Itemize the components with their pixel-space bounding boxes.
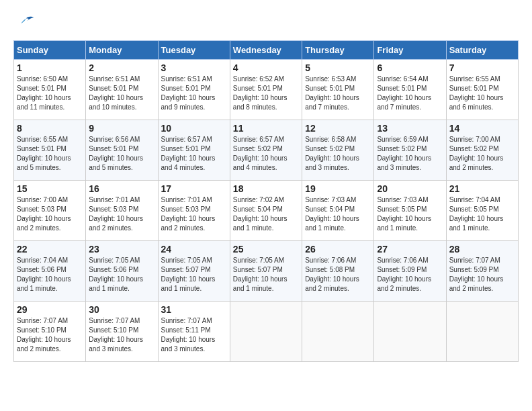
calendar-cell: 19 Sunrise: 7:03 AM Sunset: 5:04 PM Dayl… <box>302 181 374 241</box>
sunrise-label: Sunrise: 7:03 AM <box>377 196 428 203</box>
day-info: Sunrise: 7:06 AM Sunset: 5:08 PM Dayligh… <box>305 256 371 293</box>
sunset-label: Sunset: 5:09 PM <box>449 266 499 273</box>
sunset-label: Sunset: 5:03 PM <box>161 205 211 213</box>
day-info: Sunrise: 6:53 AM Sunset: 5:01 PM Dayligh… <box>305 75 371 112</box>
sunset-label: Sunset: 5:10 PM <box>17 326 66 334</box>
calendar-cell: 9 Sunrise: 6:56 AM Sunset: 5:01 PM Dayli… <box>86 120 158 181</box>
calendar-cell: 13 Sunrise: 6:59 AM Sunset: 5:02 PM Dayl… <box>374 120 446 181</box>
daylight-label: Daylight: 10 hours and 11 minutes. <box>17 94 71 111</box>
sunrise-label: Sunrise: 7:05 AM <box>161 257 212 264</box>
day-number: 4 <box>233 62 299 73</box>
day-number: 29 <box>17 304 83 315</box>
sunset-label: Sunset: 5:01 PM <box>233 85 283 92</box>
daylight-label: Daylight: 10 hours and 2 minutes. <box>89 215 143 232</box>
day-info: Sunrise: 7:04 AM Sunset: 5:06 PM Dayligh… <box>17 256 83 293</box>
day-number: 30 <box>89 304 154 315</box>
daylight-label: Daylight: 10 hours and 7 minutes. <box>377 94 431 111</box>
calendar-cell: 26 Sunrise: 7:06 AM Sunset: 5:08 PM Dayl… <box>302 241 374 302</box>
calendar-cell: 29 Sunrise: 7:07 AM Sunset: 5:10 PM Dayl… <box>14 302 86 362</box>
day-number: 16 <box>89 183 154 194</box>
daylight-label: Daylight: 10 hours and 9 minutes. <box>161 94 216 111</box>
daylight-label: Daylight: 10 hours and 4 minutes. <box>161 154 216 171</box>
day-number: 8 <box>17 123 83 134</box>
daylight-label: Daylight: 10 hours and 1 minute. <box>161 275 216 292</box>
day-number: 10 <box>161 123 227 134</box>
day-info: Sunrise: 6:50 AM Sunset: 5:01 PM Dayligh… <box>17 75 83 112</box>
sunrise-label: Sunrise: 6:55 AM <box>449 75 500 83</box>
calendar-cell: 4 Sunrise: 6:52 AM Sunset: 5:01 PM Dayli… <box>230 60 302 120</box>
calendar-cell: 15 Sunrise: 7:00 AM Sunset: 5:03 PM Dayl… <box>14 181 86 241</box>
sunset-label: Sunset: 5:01 PM <box>89 145 138 152</box>
daylight-label: Daylight: 10 hours and 2 minutes. <box>449 154 504 171</box>
sunset-label: Sunset: 5:03 PM <box>17 205 66 213</box>
sunrise-label: Sunrise: 6:59 AM <box>377 136 428 143</box>
sunrise-label: Sunrise: 7:07 AM <box>17 317 68 324</box>
sunrise-label: Sunrise: 6:57 AM <box>161 136 212 143</box>
calendar-cell: 12 Sunrise: 6:58 AM Sunset: 5:02 PM Dayl… <box>302 120 374 181</box>
sunrise-label: Sunrise: 7:00 AM <box>17 196 68 203</box>
calendar-cell: 22 Sunrise: 7:04 AM Sunset: 5:06 PM Dayl… <box>14 241 86 302</box>
sunset-label: Sunset: 5:06 PM <box>89 266 138 273</box>
sunset-label: Sunset: 5:01 PM <box>17 145 66 152</box>
daylight-label: Daylight: 10 hours and 3 minutes. <box>305 154 359 171</box>
sunset-label: Sunset: 5:02 PM <box>305 145 355 152</box>
sunset-label: Sunset: 5:02 PM <box>449 145 499 152</box>
weekday-header-friday: Friday <box>374 41 446 60</box>
day-info: Sunrise: 6:57 AM Sunset: 5:01 PM Dayligh… <box>161 135 227 173</box>
sunrise-label: Sunrise: 6:58 AM <box>305 136 356 143</box>
day-info: Sunrise: 7:07 AM Sunset: 5:10 PM Dayligh… <box>89 316 154 354</box>
weekday-header-wednesday: Wednesday <box>230 41 302 60</box>
sunset-label: Sunset: 5:07 PM <box>161 266 211 273</box>
weekday-header-sunday: Sunday <box>14 41 86 60</box>
day-info: Sunrise: 7:01 AM Sunset: 5:03 PM Dayligh… <box>89 195 154 233</box>
daylight-label: Daylight: 10 hours and 1 minute. <box>449 215 504 232</box>
sunset-label: Sunset: 5:02 PM <box>377 145 427 152</box>
sunrise-label: Sunrise: 7:05 AM <box>233 257 284 264</box>
calendar-cell: 28 Sunrise: 7:07 AM Sunset: 5:09 PM Dayl… <box>446 241 518 302</box>
day-number: 11 <box>233 123 299 134</box>
calendar-week-2: 8 Sunrise: 6:55 AM Sunset: 5:01 PM Dayli… <box>14 120 519 181</box>
sunrise-label: Sunrise: 7:00 AM <box>449 136 500 143</box>
day-info: Sunrise: 6:59 AM Sunset: 5:02 PM Dayligh… <box>377 135 443 173</box>
sunset-label: Sunset: 5:01 PM <box>89 85 138 92</box>
daylight-label: Daylight: 10 hours and 4 minutes. <box>233 154 287 171</box>
sunrise-label: Sunrise: 7:02 AM <box>233 196 284 203</box>
sunrise-label: Sunrise: 7:07 AM <box>161 317 212 324</box>
day-number: 19 <box>305 183 371 194</box>
calendar-cell: 20 Sunrise: 7:03 AM Sunset: 5:05 PM Dayl… <box>374 181 446 241</box>
calendar-cell: 1 Sunrise: 6:50 AM Sunset: 5:01 PM Dayli… <box>14 60 86 120</box>
day-info: Sunrise: 7:00 AM Sunset: 5:03 PM Dayligh… <box>17 195 83 233</box>
sunrise-label: Sunrise: 7:04 AM <box>17 257 68 264</box>
day-info: Sunrise: 7:07 AM Sunset: 5:10 PM Dayligh… <box>17 316 83 354</box>
day-number: 22 <box>17 244 83 255</box>
daylight-label: Daylight: 10 hours and 2 minutes. <box>377 275 431 292</box>
calendar-week-3: 15 Sunrise: 7:00 AM Sunset: 5:03 PM Dayl… <box>14 181 519 241</box>
calendar-week-4: 22 Sunrise: 7:04 AM Sunset: 5:06 PM Dayl… <box>14 241 519 302</box>
daylight-label: Daylight: 10 hours and 2 minutes. <box>17 336 71 353</box>
day-number: 1 <box>17 62 83 73</box>
sunset-label: Sunset: 5:02 PM <box>233 145 283 152</box>
daylight-label: Daylight: 10 hours and 1 minute. <box>377 215 431 232</box>
daylight-label: Daylight: 10 hours and 5 minutes. <box>89 154 143 171</box>
sunset-label: Sunset: 5:05 PM <box>449 205 499 213</box>
sunrise-label: Sunrise: 7:07 AM <box>449 257 500 264</box>
sunrise-label: Sunrise: 7:04 AM <box>449 196 500 203</box>
day-info: Sunrise: 7:07 AM Sunset: 5:09 PM Dayligh… <box>449 256 515 293</box>
day-number: 3 <box>161 62 227 73</box>
day-info: Sunrise: 7:05 AM Sunset: 5:06 PM Dayligh… <box>89 256 154 293</box>
sunrise-label: Sunrise: 6:55 AM <box>17 136 68 143</box>
sunrise-label: Sunrise: 6:57 AM <box>233 136 284 143</box>
day-number: 9 <box>89 123 154 134</box>
daylight-label: Daylight: 10 hours and 2 minutes. <box>17 215 71 232</box>
logo <box>13 13 36 34</box>
calendar-cell: 30 Sunrise: 7:07 AM Sunset: 5:10 PM Dayl… <box>86 302 158 362</box>
sunrise-label: Sunrise: 6:51 AM <box>161 75 212 83</box>
sunrise-label: Sunrise: 6:56 AM <box>89 136 140 143</box>
day-info: Sunrise: 7:02 AM Sunset: 5:04 PM Dayligh… <box>233 195 299 233</box>
day-number: 15 <box>17 183 83 194</box>
day-info: Sunrise: 7:00 AM Sunset: 5:02 PM Dayligh… <box>449 135 515 173</box>
sunset-label: Sunset: 5:01 PM <box>17 85 66 92</box>
sunset-label: Sunset: 5:01 PM <box>377 85 427 92</box>
sunrise-label: Sunrise: 7:07 AM <box>89 317 140 324</box>
day-number: 21 <box>449 183 515 194</box>
